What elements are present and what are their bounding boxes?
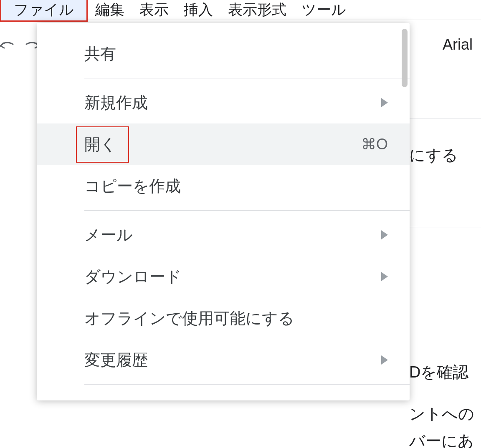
- menu-item-label: オフラインで使用可能にする: [84, 308, 294, 329]
- undo-icon[interactable]: [0, 35, 18, 55]
- document-ruler-line: [409, 118, 481, 118]
- menu-item-label: 新規作成: [84, 92, 148, 113]
- doc-text-fragment: Dを確認: [409, 359, 468, 386]
- menu-file[interactable]: ファイル: [0, 0, 88, 22]
- chevron-right-icon: [381, 230, 388, 239]
- menu-item-offline[interactable]: オフラインで使用可能にする: [37, 297, 410, 339]
- doc-text-fragment: バーにあ: [409, 428, 474, 448]
- menu-item-label: 変更履歴: [84, 350, 148, 371]
- menu-item-label: メール: [84, 224, 133, 246]
- menu-item-email[interactable]: メール: [37, 214, 410, 256]
- menu-item-label: 開く: [76, 126, 129, 163]
- menu-item-new[interactable]: 新規作成: [37, 82, 410, 123]
- chevron-right-icon: [381, 355, 388, 365]
- menu-edit[interactable]: 編集: [88, 0, 132, 21]
- menu-item-share[interactable]: 共有: [37, 33, 410, 75]
- menu-item-open[interactable]: 開く ⌘O: [37, 123, 410, 165]
- menu-item-label: コピーを作成: [84, 176, 181, 197]
- menu-item-label: ダウンロード: [84, 266, 182, 287]
- chevron-right-icon: [381, 98, 388, 107]
- menu-separator: [84, 384, 410, 385]
- chevron-right-icon: [381, 272, 388, 281]
- scrollbar-thumb[interactable]: [402, 29, 408, 87]
- menubar: ファイル 編集 表示 挿入 表示形式 ツール: [0, 0, 481, 20]
- menu-format[interactable]: 表示形式: [220, 0, 294, 21]
- document-separator-line: [409, 227, 481, 227]
- font-name[interactable]: Arial: [443, 36, 473, 53]
- menu-item-version-history[interactable]: 変更履歴: [37, 339, 410, 381]
- doc-text-fragment: にする: [409, 142, 458, 169]
- menu-item-download[interactable]: ダウンロード: [37, 256, 410, 297]
- menu-tools[interactable]: ツール: [294, 0, 354, 21]
- menu-item-make-copy[interactable]: コピーを作成: [37, 165, 410, 207]
- menu-view[interactable]: 表示: [132, 0, 176, 21]
- menu-separator: [84, 210, 410, 211]
- doc-text-fragment: ントへの: [409, 400, 474, 428]
- menu-separator: [84, 78, 410, 78]
- file-dropdown: 共有 新規作成 開く ⌘O コピーを作成 メール ダウンロード オフラインで使用…: [37, 23, 410, 400]
- menu-item-label: 共有: [84, 43, 116, 65]
- menu-insert[interactable]: 挿入: [176, 0, 220, 21]
- menu-shortcut: ⌘O: [361, 136, 388, 153]
